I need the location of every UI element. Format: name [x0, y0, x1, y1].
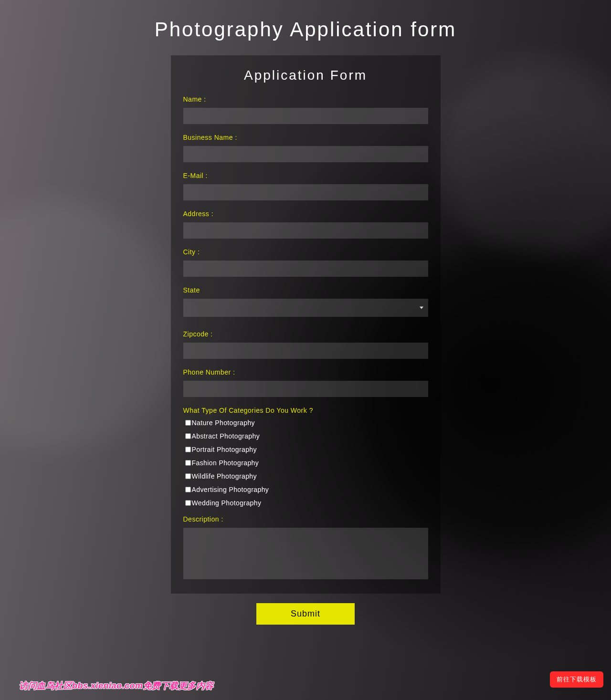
category-option[interactable]: Portrait Photography	[185, 446, 428, 453]
category-option[interactable]: Advertising Photography	[185, 486, 428, 493]
state-select-wrap	[183, 299, 428, 317]
submit-row: Submit	[0, 603, 611, 625]
phone-input[interactable]	[183, 381, 428, 397]
address-label: Address :	[183, 210, 428, 218]
watermark-text: 访问血鸟社区bbs.xieniao.com免费下载更多内容	[19, 680, 214, 691]
category-checkbox-fashion[interactable]	[185, 460, 191, 466]
zipcode-label: Zipcode :	[183, 330, 428, 338]
name-label: Name :	[183, 95, 428, 103]
name-input[interactable]	[183, 108, 428, 124]
background-blur	[439, 57, 611, 258]
category-checkbox-wildlife[interactable]	[185, 473, 191, 479]
category-checkbox-nature[interactable]	[185, 420, 191, 426]
phone-label: Phone Number :	[183, 368, 428, 376]
categories-label: What Type Of Categories Do You Work ?	[183, 407, 428, 414]
email-input[interactable]	[183, 184, 428, 200]
application-form-panel: Application Form Name : Business Name : …	[171, 55, 441, 594]
category-text: Wildlife Photography	[192, 472, 257, 480]
background-blur	[0, 200, 181, 449]
categories-group: Nature Photography Abstract Photography …	[183, 419, 428, 507]
state-label: State	[183, 286, 428, 294]
category-option[interactable]: Wildlife Photography	[185, 472, 428, 480]
category-option[interactable]: Nature Photography	[185, 419, 428, 427]
description-textarea[interactable]	[183, 528, 428, 579]
business-name-label: Business Name :	[183, 134, 428, 141]
address-input[interactable]	[183, 222, 428, 239]
state-select[interactable]	[183, 299, 428, 317]
category-option[interactable]: Fashion Photography	[185, 459, 428, 467]
category-checkbox-abstract[interactable]	[185, 433, 191, 439]
business-name-input[interactable]	[183, 146, 428, 162]
city-input[interactable]	[183, 261, 428, 277]
zipcode-input[interactable]	[183, 343, 428, 359]
category-checkbox-wedding[interactable]	[185, 500, 191, 506]
category-option[interactable]: Abstract Photography	[185, 432, 428, 440]
category-checkbox-portrait[interactable]	[185, 447, 191, 452]
description-label: Description :	[183, 515, 428, 523]
page-title: Photography Application form	[0, 0, 611, 55]
category-text: Abstract Photography	[192, 432, 260, 440]
category-text: Advertising Photography	[192, 486, 269, 493]
category-checkbox-advertising[interactable]	[185, 487, 191, 492]
form-heading: Application Form	[183, 68, 428, 83]
download-template-button[interactable]: 前往下载模板	[550, 671, 603, 688]
category-text: Wedding Photography	[192, 499, 262, 507]
category-text: Portrait Photography	[192, 446, 257, 453]
category-text: Fashion Photography	[192, 459, 259, 467]
category-text: Nature Photography	[192, 419, 255, 427]
city-label: City :	[183, 248, 428, 256]
submit-button[interactable]: Submit	[256, 603, 355, 625]
category-option[interactable]: Wedding Photography	[185, 499, 428, 507]
email-label: E-Mail :	[183, 172, 428, 179]
